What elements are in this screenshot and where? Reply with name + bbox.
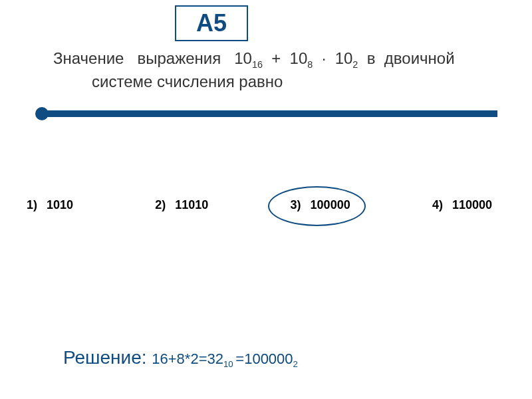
option-1-val: 1010: [47, 198, 73, 212]
slide: A5 Значение выражения 1016 + 108 · 102 в…: [0, 0, 532, 399]
q-part-1: Значение выражения 10: [53, 49, 252, 67]
slide-title: A5: [196, 9, 227, 37]
slide-title-box: A5: [175, 5, 248, 41]
q-part-2: в двоичной: [358, 49, 454, 67]
solution-eq: =100000: [235, 350, 293, 367]
solution-prefix: 16+8*2=32: [152, 350, 223, 367]
option-2[interactable]: 2) 11010: [155, 198, 208, 212]
option-1[interactable]: 1) 1010: [27, 198, 73, 212]
q-dot: · 10: [313, 49, 352, 67]
question-text: Значение выражения 1016 + 108 · 102 в дв…: [53, 48, 495, 92]
solution-sub-2: 2: [293, 359, 298, 369]
q-sub-1: 16: [252, 59, 263, 70]
solution-sub-1: 10: [223, 359, 235, 369]
options-row: 1) 1010 2) 11010 3) 100000 4) 110000: [27, 198, 492, 212]
solution-text: Решение: 16+8*2=3210 =1000002: [63, 347, 298, 369]
option-4-val: 110000: [452, 198, 492, 212]
solution-label: Решение:: [63, 347, 152, 368]
option-4-num: 4): [432, 198, 443, 212]
option-3-num: 3): [291, 198, 301, 212]
divider-bar: [42, 110, 497, 117]
q-plus: + 10: [263, 49, 307, 67]
option-1-num: 1): [27, 198, 37, 212]
option-3-val: 100000: [311, 198, 350, 212]
divider: [35, 106, 497, 121]
option-3[interactable]: 3) 100000: [291, 198, 350, 212]
option-4[interactable]: 4) 110000: [432, 198, 492, 212]
option-2-val: 11010: [175, 198, 208, 212]
q-line-2: системе счисления равно: [53, 71, 495, 92]
option-2-num: 2): [155, 198, 166, 212]
